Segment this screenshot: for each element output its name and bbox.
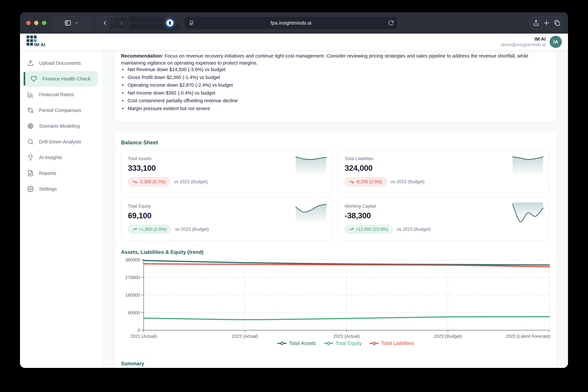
navigation-buttons <box>96 16 130 30</box>
svg-text:2023 (Budget): 2023 (Budget) <box>434 334 462 339</box>
back-button[interactable] <box>97 16 113 30</box>
metric-card-working-capital: Working Capital-38,300+12,000 (23.9%)vs … <box>338 198 549 241</box>
app-logo[interactable]: IM AI <box>27 35 76 49</box>
delta-text: -2,300 (0.7%) <box>139 179 166 184</box>
sidebar: Upload DocumentsFinance Health CheckFina… <box>20 50 103 368</box>
forward-icon <box>118 20 125 26</box>
onepassword-icon <box>166 18 174 27</box>
app-header: IM AI IM AI demo@insightminds.ai IA <box>20 34 568 50</box>
chart-legend: Total AssetsTotal EquityTotal Liabilitie… <box>121 340 568 346</box>
onepassword-extension-button[interactable] <box>164 17 176 29</box>
sidebar-item-label: Scenario Modeling <box>39 123 80 129</box>
svg-text:180000: 180000 <box>125 293 140 298</box>
user-menu[interactable]: IM AI demo@insightminds.ai IA <box>501 34 562 50</box>
bar-chart-icon <box>27 91 34 98</box>
sidebar-item-label: Upload Documents <box>39 60 81 66</box>
delta-badge: -2,300 (0.7%) <box>128 177 170 186</box>
trend-down-icon <box>132 179 137 184</box>
logo-text: IM AI <box>34 42 45 47</box>
trend-chart: 0900001800002700003600002021 (Actual)202… <box>121 257 568 342</box>
sidebar-toggle-button[interactable] <box>53 16 91 30</box>
target-icon <box>27 123 34 129</box>
recommendation-text: Recommendation: Focus on revenue recover… <box>121 52 532 66</box>
chart-title: Assets, Liabilities & Equity (trend) <box>121 249 204 255</box>
compare-label: vs 2023 (Budget) <box>174 179 208 184</box>
tab-overview-icon[interactable] <box>554 20 560 26</box>
lightbulb-icon <box>27 154 34 161</box>
svg-text:2022 (Actual): 2022 (Actual) <box>232 334 258 339</box>
legend-label: Total Equity <box>335 340 362 346</box>
legend-marker-icon <box>324 341 334 346</box>
sidebar-item-label: Settings <box>39 186 57 192</box>
sidebar-item-period-comparison[interactable]: Period Comparison <box>20 102 103 118</box>
main-panel: Recommendation: Focus on revenue recover… <box>103 50 568 368</box>
legend-marker-icon <box>369 341 379 346</box>
share-icon[interactable] <box>533 20 539 26</box>
chevron-down-icon <box>74 20 79 26</box>
address-bar[interactable]: fpa.insightminds.ai <box>184 16 398 30</box>
legend-item-total-liabilities[interactable]: Total Liabilities <box>369 340 414 346</box>
desktop-background: fpa.insightminds.ai IM AI IM AI <box>0 0 588 392</box>
sidebar-item-scenario-modeling[interactable]: Scenario Modeling <box>20 118 103 134</box>
gear-icon <box>27 186 34 192</box>
trend-up-icon <box>349 227 354 232</box>
compare-icon <box>27 107 34 114</box>
reload-icon[interactable] <box>388 20 394 26</box>
balance-sheet-title: Balance Sheet <box>121 140 158 146</box>
window-controls <box>26 12 46 34</box>
legend-marker-icon <box>277 341 287 346</box>
toolbar-actions <box>529 16 564 30</box>
search-icon <box>27 138 34 145</box>
svg-text:2023 (Latest Forecast): 2023 (Latest Forecast) <box>506 334 550 339</box>
file-text-icon <box>27 170 34 176</box>
sidebar-item-upload-documents[interactable]: Upload Documents <box>20 55 103 71</box>
sidebar-item-reports[interactable]: Reports <box>20 165 103 181</box>
sidebar-toggle-icon <box>65 20 71 26</box>
key-findings-list: Net Revenue down $14,500 (-3.6%) vs budg… <box>122 66 238 112</box>
browser-toolbar: fpa.insightminds.ai <box>20 12 568 34</box>
sidebar-item-label: AI Insights <box>39 155 62 160</box>
user-name: IM AI <box>501 36 546 42</box>
finding-bullet: Net Income down $392 (-0.4%) vs budget <box>122 89 238 97</box>
sidebar-item-ai-insights[interactable]: AI Insights <box>20 150 103 165</box>
forward-button[interactable] <box>113 16 130 30</box>
metric-card-total-equity: Total Equity69,100+1,900 (2.8%)vs 2023 (… <box>121 198 333 241</box>
new-tab-icon[interactable] <box>543 20 550 26</box>
browser-window: fpa.insightminds.ai IM AI IM AI <box>20 12 568 368</box>
heart-icon <box>31 76 37 82</box>
delta-badge: -8,200 (2.5%) <box>345 177 387 186</box>
url-text: fpa.insightminds.ai <box>184 20 398 26</box>
minimize-button[interactable] <box>34 21 38 25</box>
upload-icon <box>27 60 34 66</box>
sparkline <box>512 155 543 179</box>
sidebar-item-label: Drill-Down Analysis <box>39 139 81 144</box>
sidebar-item-settings[interactable]: Settings <box>20 181 103 197</box>
svg-text:270000: 270000 <box>125 275 140 280</box>
sidebar-item-drill-down-analysis[interactable]: Drill-Down Analysis <box>20 134 103 150</box>
sidebar-item-finance-health-check[interactable]: Finance Health Check <box>24 71 98 87</box>
sparkline <box>512 202 543 227</box>
summary-title: Summary <box>121 361 144 366</box>
metric-cards: Total Assets333,100-2,300 (0.7%)vs 2023 … <box>121 150 549 241</box>
finding-bullet: Net Revenue down $14,500 (-3.6%) vs budg… <box>122 66 238 74</box>
compare-label: vs 2023 (Budget) <box>397 227 431 232</box>
svg-text:2023 (Actual): 2023 (Actual) <box>333 334 360 339</box>
delta-text: -8,200 (2.5%) <box>355 179 382 184</box>
zoom-button[interactable] <box>42 21 46 25</box>
legend-item-total-equity[interactable]: Total Equity <box>324 340 362 346</box>
content-area: Upload DocumentsFinance Health CheckFina… <box>20 50 568 368</box>
svg-text:90000: 90000 <box>128 310 140 315</box>
legend-label: Total Liabilities <box>381 340 414 346</box>
legend-label: Total Assets <box>289 340 316 346</box>
sidebar-item-financial-ratios[interactable]: Financial Ratios <box>20 87 103 102</box>
delta-badge: +1,900 (2.8%) <box>128 225 171 234</box>
delta-badge: +12,000 (23.9%) <box>345 225 393 234</box>
reader-icon[interactable] <box>189 20 195 26</box>
avatar[interactable]: IA <box>550 36 562 48</box>
user-info: IM AI demo@insightminds.ai <box>501 36 546 47</box>
svg-text:360000: 360000 <box>125 258 140 262</box>
close-button[interactable] <box>26 21 31 25</box>
sidebar-item-label: Finance Health Check <box>42 76 91 82</box>
delta-text: +1,900 (2.8%) <box>139 227 167 232</box>
legend-item-total-assets[interactable]: Total Assets <box>277 340 316 346</box>
